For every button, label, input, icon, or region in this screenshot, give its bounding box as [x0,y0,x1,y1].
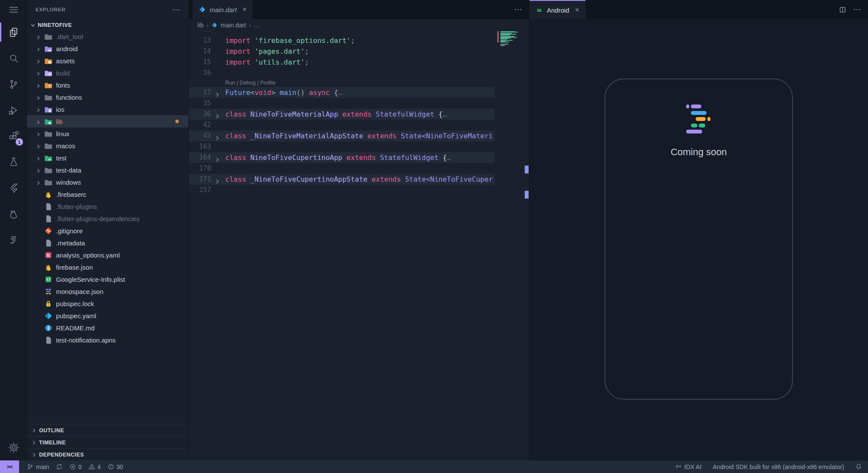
activity-item-search[interactable] [0,45,27,71]
line-number: 43 [189,130,211,141]
more-actions-icon[interactable]: ⋯ [514,5,522,14]
code-line-17[interactable]: 17Future<void> main() async {… [189,87,529,98]
branch-indicator[interactable]: main [23,460,53,473]
bell-icon[interactable] [855,463,862,470]
activity-item-idx[interactable] [0,227,27,253]
code-line-163[interactable]: 163 [189,141,529,152]
activity-item-run-debug[interactable] [0,97,27,123]
code-line-15[interactable]: 15import 'utils.dart'; [189,57,529,68]
codelens[interactable]: Run | Debug | Profile [189,78,529,87]
tree-item-ios[interactable]: ios [27,103,188,115]
remote-indicator[interactable]: >< [0,460,19,473]
activity-item-firebase[interactable] [0,201,27,227]
activity-item-flutter[interactable] [0,175,27,201]
activity-item-extensions[interactable]: 1 [0,123,27,149]
tree-item-.firebaserc[interactable]: .firebaserc [27,188,188,200]
sync-button[interactable] [53,460,66,473]
tree-item-GoogleService-Info.plist[interactable]: GoogleService-Info.plist [27,273,188,285]
file-icon [44,239,53,247]
explorer-more-icon[interactable]: ⋯ [172,6,180,13]
tree-item-label: build [56,69,70,77]
breadcrumb-folder[interactable]: lib [197,22,204,29]
tree-item-pubspec.lock[interactable]: pubspec.lock [27,297,188,310]
tree-item-label: .flutter-plugins-dependencies [56,215,140,222]
tree-item-label: monospace.json [56,288,103,295]
tree-item-windows[interactable]: windows [27,176,188,188]
breadcrumb-symbol[interactable]: … [254,22,260,29]
code-line-16[interactable]: 16 [189,68,529,78]
tree-item-monospace.json[interactable]: monospace.json [27,285,188,297]
tree-item-fonts[interactable]: fonts [27,79,188,91]
activity-item-settings[interactable] [0,434,27,460]
code-line-13[interactable]: 13import 'firebase_options.dart'; [189,35,529,46]
idx-ai-icon [675,463,682,470]
tree-item-label: firebase.json [56,264,93,271]
status-bar: >< main 0 4 30 IDX AI [0,460,868,473]
tree-item-test-notification.apns[interactable]: test-notification.apns [27,334,188,346]
idx-ai-button[interactable]: IDX AI [675,460,702,473]
tree-item-test-data[interactable]: test-data [27,164,188,176]
fold-chevron-icon[interactable] [214,111,220,117]
project-root-row[interactable]: NINETOFIVE [27,19,188,31]
idx-ai-label: IDX AI [684,463,702,470]
more-actions-icon[interactable]: ⋯ [853,5,861,14]
tree-item-label: .metadata [56,239,85,247]
code-line-257[interactable]: 257 [189,185,529,196]
fold-chevron-icon[interactable] [214,155,220,160]
tree-item-lib[interactable]: lib [27,115,188,127]
chevron-right-icon: › [207,22,208,29]
tree-item-analysis_options.yaml[interactable]: analysis_options.yaml [27,249,188,261]
section-outline[interactable]: OUTLINE [27,424,188,436]
tree-item-linux[interactable]: linux [27,127,188,140]
tab-android[interactable]: Android × [529,0,585,19]
tree-item-.dart_tool[interactable]: .dart_tool [27,30,188,42]
breadcrumb[interactable]: lib › main.dart › … [189,19,529,31]
tree-item-.gitignore[interactable]: .gitignore [27,225,188,237]
status-bar-left: >< main 0 4 30 [0,460,127,473]
code-line-43[interactable]: 43class _NineToFiveMaterialAppState exte… [189,130,529,141]
code-line-42[interactable]: 42 [189,120,529,130]
editor-group: main.dart × ⋯ lib › main.dart › … 1213im… [189,0,529,460]
fold-chevron-icon[interactable] [214,90,220,95]
tree-item-firebase.json[interactable]: firebase.json [27,261,188,273]
tree-item-.flutter-plugins-dependencies[interactable]: .flutter-plugins-dependencies [27,212,188,225]
device-name[interactable]: Android SDK built for x86 (android-x86 e… [713,463,844,470]
tree-item-.metadata[interactable]: .metadata [27,237,188,249]
folder-icon [44,130,53,138]
breadcrumb-file[interactable]: main.dart [220,22,246,29]
code-line-14[interactable]: 14import 'pages.dart'; [189,46,529,57]
split-editor-icon[interactable] [839,6,846,13]
file-icon [44,336,53,344]
chevron-right-icon [36,107,41,112]
activity-item-testing[interactable] [0,149,27,175]
tree-item-build[interactable]: build [27,67,188,79]
fold-chevron-icon[interactable] [214,176,220,182]
code-line-35[interactable]: 35 [189,98,529,109]
tree-item-label: pubspec.yaml [56,312,96,320]
tree-item-README.md[interactable]: README.md [27,322,188,334]
tree-item-.flutter-plugins[interactable]: .flutter-plugins [27,200,188,212]
tree-item-test[interactable]: test [27,152,188,164]
activity-item-explorer[interactable] [0,19,27,45]
fold-chevron-icon[interactable] [214,133,220,139]
files-icon [8,26,20,38]
tree-item-assets[interactable]: assets [27,55,188,67]
code-area[interactable]: 1213import 'firebase_options.dart';14imp… [189,31,529,196]
tab-main-dart[interactable]: main.dart × [193,0,253,19]
tree-item-pubspec.yaml[interactable]: pubspec.yaml [27,310,188,322]
tree-item-macos[interactable]: macos [27,140,188,152]
activity-item-source-control[interactable] [0,71,27,97]
tree-item-functions[interactable]: functions [27,91,188,103]
tree-item-android[interactable]: android [27,42,188,55]
code-line-36[interactable]: 36class NineToFiveMaterialApp extends St… [189,109,529,120]
code-line-170[interactable]: 170 [189,163,529,174]
section-dependencies[interactable]: DEPENDENCIES [27,448,188,460]
section-timeline[interactable]: TIMELINE [27,436,188,448]
close-icon[interactable]: × [575,6,579,14]
problems-indicator[interactable]: 0 4 30 [66,460,126,473]
code-line-171[interactable]: 171class _NineToFiveCupertinoAppState ex… [189,174,529,185]
close-icon[interactable]: × [243,5,247,14]
activity-item-menu[interactable] [0,0,27,19]
code-line-164[interactable]: 164class NineToFiveCupertinoApp extends … [189,152,529,163]
tree-item-label: windows [56,179,81,186]
